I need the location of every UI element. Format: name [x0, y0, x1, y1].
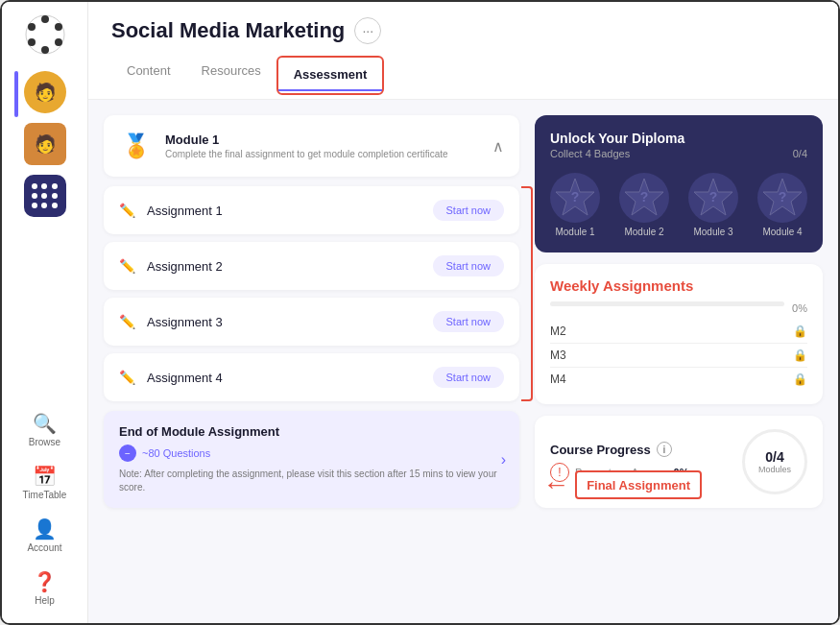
pencil-icon-1: ✏️ [119, 203, 135, 218]
arrow-left-icon: ← [542, 469, 569, 500]
logo-icon[interactable] [24, 13, 66, 56]
weekly-progress-bar [550, 301, 784, 306]
badge-star-3: ? [688, 173, 738, 223]
weekly-item-m3: M3 🔒 [550, 344, 807, 368]
pencil-icon-4: ✏️ [119, 370, 135, 385]
svg-point-6 [28, 23, 36, 31]
badge-star-1: ? [550, 173, 600, 223]
badge-item-1: ? Module 1 [550, 173, 600, 237]
medal-icon: 🏅 [119, 129, 154, 163]
menu-button[interactable]: ··· [354, 17, 381, 44]
header: Social Media Marketing ··· Content Resou… [88, 2, 838, 100]
page-title: Social Media Marketing [111, 18, 345, 43]
assignment-row-2[interactable]: ✏️ Assignment 2 Start now [104, 242, 519, 290]
assignment-label-2: Assignment 2 [147, 259, 421, 274]
badge-item-2: ? Module 2 [619, 173, 669, 237]
assignment-row-4[interactable]: ✏️ Assignment 4 Start now [104, 353, 519, 401]
svg-point-1 [41, 15, 49, 23]
weekly-pct: 0% [792, 302, 807, 314]
avatar-1[interactable]: 🧑 [24, 71, 66, 113]
assignment-row-1[interactable]: ✏️ Assignment 1 Start now [104, 186, 519, 234]
start-now-button-3[interactable]: Start now [433, 311, 504, 332]
end-module-card: End of Module Assignment − ~80 Questions… [104, 411, 519, 508]
weekly-item-m3-label: M3 [550, 349, 566, 362]
help-icon: ❓ [33, 570, 57, 593]
questions-badge: − [119, 445, 136, 462]
final-assignment-label: Final Assignment [575, 470, 702, 499]
sidebar-item-help-label: Help [35, 595, 55, 606]
right-column: Unlock Your Diploma Collect 4 Badges 0/4… [535, 115, 823, 608]
badge-item-3: ? Module 3 [688, 173, 738, 237]
svg-point-4 [41, 46, 49, 54]
badge-label-1: Module 1 [555, 227, 594, 237]
sidebar-item-browse-label: Browse [29, 437, 60, 447]
start-now-button-2[interactable]: Start now [433, 255, 504, 276]
weekly-item-m4-label: M4 [550, 373, 566, 386]
lock-icon-m3: 🔒 [793, 349, 807, 362]
svg-point-2 [55, 23, 62, 31]
info-icon[interactable]: i [657, 442, 672, 457]
red-bracket [521, 186, 533, 401]
end-module-note: Note: After completing the assignment, p… [119, 468, 504, 494]
avatar-2[interactable]: 🧑 [24, 123, 66, 165]
tab-content[interactable]: Content [111, 56, 186, 99]
svg-text:?: ? [709, 189, 718, 204]
tab-resources[interactable]: Resources [186, 56, 276, 99]
module-info: Module 1 Complete the final assignment t… [165, 132, 481, 159]
assignment-label-1: Assignment 1 [147, 204, 421, 218]
tabs: Content Resources Assessment [111, 56, 815, 99]
weekly-title: Weekly Assignments [550, 277, 807, 294]
sidebar-item-browse[interactable]: 🔍 Browse [12, 406, 79, 453]
svg-text:?: ? [779, 189, 787, 204]
module-card: 🏅 Module 1 Complete the final assignment… [104, 115, 519, 177]
sidebar-item-help[interactable]: ❓ Help [12, 565, 79, 612]
svg-point-3 [55, 38, 62, 46]
assignment-label-3: Assignment 3 [147, 315, 421, 329]
lock-icon-m2: 🔒 [793, 325, 807, 338]
modules-circle: 0/4 Modules [742, 429, 807, 494]
end-module-title: End of Module Assignment [119, 424, 504, 439]
module-subtitle: Complete the final assignment to get mod… [165, 149, 481, 159]
badge-star-2: ? [619, 173, 669, 223]
pencil-icon-2: ✏️ [119, 258, 135, 274]
assignments-section: ✏️ Assignment 1 Start now ✏️ Assignment … [104, 186, 519, 401]
diploma-title: Unlock Your Diploma [550, 131, 807, 146]
assignment-label-4: Assignment 4 [147, 371, 421, 385]
start-now-button-1[interactable]: Start now [433, 200, 504, 221]
modules-label: Modules [758, 465, 791, 474]
sidebar-item-timetable[interactable]: 📅 TimeTable [12, 459, 79, 506]
svg-text:?: ? [640, 189, 649, 204]
badge-label-2: Module 2 [624, 227, 663, 237]
tab-assessment[interactable]: Assessment [278, 60, 383, 91]
assignment-row-3[interactable]: ✏️ Assignment 3 Start now [104, 298, 519, 346]
questions-label: ~80 Questions [142, 447, 210, 459]
sidebar-item-account-label: Account [27, 542, 61, 553]
module-title: Module 1 [165, 132, 481, 147]
body: 🏅 Module 1 Complete the final assignment… [88, 100, 838, 623]
badge-label-3: Module 3 [693, 227, 732, 237]
weekly-progress-row: 0% [550, 301, 807, 314]
start-now-button-4[interactable]: Start now [433, 367, 504, 388]
chevron-right-icon[interactable]: › [501, 451, 506, 469]
weekly-item-m2-label: M2 [550, 325, 566, 338]
badge-star-4: ? [757, 173, 807, 223]
account-icon: 👤 [33, 517, 57, 541]
weekly-item-m4: M4 🔒 [550, 368, 807, 391]
final-assignment-annotation: ← Final Assignment [542, 469, 702, 500]
course-progress-title: Course Progress i [550, 442, 731, 457]
sidebar-item-timetable-label: TimeTable [23, 490, 67, 500]
lock-icon-m4: 🔒 [793, 373, 807, 386]
sidebar-item-account[interactable]: 👤 Account [12, 512, 79, 559]
svg-text:?: ? [571, 189, 580, 204]
dot-grid-icon[interactable] [24, 175, 66, 217]
browse-icon: 🔍 [33, 412, 57, 435]
pencil-icon-3: ✏️ [119, 314, 135, 329]
modules-count: 0/4 [765, 449, 783, 465]
weekly-item-m2: M2 🔒 [550, 320, 807, 344]
badge-item-4: ? Module 4 [757, 173, 807, 237]
sidebar: 🧑 🧑 🔍 Browse 📅 TimeTable 👤 Account ❓ Hel… [2, 2, 88, 623]
diploma-subtitle: Collect 4 Badges [550, 148, 630, 159]
diploma-subtitle-row: Collect 4 Badges 0/4 [550, 148, 807, 159]
chevron-up-icon[interactable]: ∧ [492, 137, 504, 156]
badge-label-4: Module 4 [762, 227, 802, 237]
